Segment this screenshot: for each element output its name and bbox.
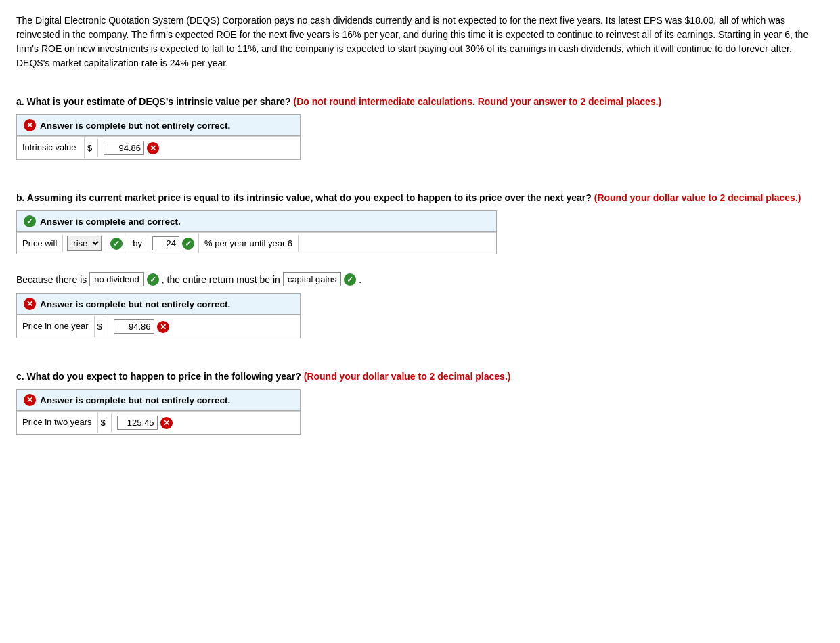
part-c-question: c. What do you expect to happen to price… [16, 370, 824, 384]
capital-gains-check: ✓ [344, 273, 356, 286]
no-dividend-field: no dividend [89, 272, 144, 286]
capital-gains-field: capital gains [283, 272, 341, 286]
because-prefix: Because there is [16, 274, 87, 285]
percent-check-icon: ✓ [182, 238, 194, 250]
part-b-answer-box: ✓ Answer is complete and correct. Price … [16, 210, 497, 254]
because-line: Because there is no dividend ✓ , the ent… [16, 272, 824, 286]
part-a-section: a. What is your estimate of DEQS's intri… [16, 95, 824, 167]
price-one-year-value-cell: ✕ [108, 315, 175, 338]
part-a-question: a. What is your estimate of DEQS's intri… [16, 95, 824, 109]
no-dividend-check: ✓ [147, 273, 159, 286]
part-c-instruction: (Round your dollar value to 2 decimal pl… [304, 371, 511, 382]
part-b-answer-header: ✓ Answer is complete and correct. [17, 211, 496, 232]
price-two-years-icon: ✕ [160, 417, 173, 429]
part-c-status-text: Answer is complete but not entirely corr… [40, 395, 230, 405]
part-a-label: a. [16, 96, 24, 107]
because-middle: , the entire return must be in [162, 274, 280, 285]
intro-paragraph: The Digital Electronic Quotation System … [16, 14, 824, 70]
price-two-years-value-cell: ✕ [112, 412, 178, 434]
price-one-year-label: Price in one year [17, 316, 95, 336]
price-one-year-row: Price in one year $ ✕ [17, 315, 300, 338]
part-b2-answer-box: ✕ Answer is complete but not entirely co… [16, 293, 301, 338]
part-c-answer-header: ✕ Answer is complete but not entirely co… [17, 390, 300, 411]
part-a-status-icon: ✕ [24, 119, 36, 131]
part-b-section: b. Assuming its current market price is … [16, 191, 824, 345]
price-two-years-label-text: Price in two years [22, 417, 92, 427]
part-c-section: c. What do you expect to happen to price… [16, 370, 824, 441]
percent-input[interactable] [152, 236, 179, 250]
part-b-status-text: Answer is complete and correct. [40, 217, 181, 227]
part-c-label: c. [16, 371, 24, 382]
part-a-question-text: What is your estimate of DEQS's intrinsi… [27, 96, 291, 107]
part-a-value-input[interactable] [104, 141, 144, 155]
by-label-cell: by [127, 235, 148, 252]
part-a-row-label: Intrinsic value [17, 137, 85, 158]
part-b-question-text: Assuming its current market price is equ… [27, 192, 592, 203]
price-one-year-dollar: $ [95, 317, 108, 336]
rise-cell: rise fall [63, 233, 106, 254]
check-icon-cell: ✓ [106, 235, 127, 252]
price-two-years-input[interactable] [117, 416, 158, 430]
part-b-price-row: Price will rise fall ✓ by ✓ % per year u… [17, 232, 496, 254]
rise-check-icon: ✓ [110, 238, 123, 250]
price-one-year-icon: ✕ [157, 321, 169, 333]
part-b-label: b. [16, 192, 24, 203]
part-c-status-icon: ✕ [24, 394, 36, 406]
part-b2-status-text: Answer is complete but not entirely corr… [40, 299, 230, 309]
part-a-intrinsic-label: Intrinsic value [22, 142, 76, 152]
part-a-value-cell: ✕ [98, 137, 164, 159]
part-b-instruction: (Round your dollar value to 2 decimal pl… [594, 192, 801, 203]
part-a-instruction: (Do not round intermediate calculations.… [293, 96, 661, 107]
part-c-answer-box: ✕ Answer is complete but not entirely co… [16, 389, 301, 435]
rise-select[interactable]: rise fall [67, 236, 102, 251]
part-b-status-icon: ✓ [24, 215, 36, 227]
part-a-dollar: $ [85, 139, 98, 157]
part-a-status-text: Answer is complete but not entirely corr… [40, 120, 230, 131]
part-b2-status-icon: ✕ [24, 298, 36, 310]
suffix-text: % per year until year 6 [204, 238, 292, 248]
price-will-label: Price will [17, 235, 63, 252]
part-a-answer-row: Intrinsic value $ ✕ [17, 136, 300, 159]
price-one-year-input[interactable] [114, 319, 154, 334]
part-c-question-text: What do you expect to happen to price in… [27, 371, 301, 382]
price-two-years-dollar: $ [98, 414, 112, 432]
percent-input-cell: ✓ [148, 234, 199, 253]
price-two-years-label: Price in two years [17, 412, 98, 433]
intro-text: The Digital Electronic Quotation System … [16, 15, 808, 68]
suffix-text-cell: % per year until year 6 [199, 235, 299, 252]
part-a-answer-header: ✕ Answer is complete but not entirely co… [17, 115, 300, 136]
part-b-question: b. Assuming its current market price is … [16, 191, 824, 205]
part-a-value-icon: ✕ [147, 142, 159, 154]
because-suffix: . [359, 274, 361, 285]
part-a-answer-box: ✕ Answer is complete but not entirely co… [16, 114, 301, 160]
part-b2-answer-header: ✕ Answer is complete but not entirely co… [17, 294, 300, 315]
price-two-years-row: Price in two years $ ✕ [17, 411, 300, 434]
